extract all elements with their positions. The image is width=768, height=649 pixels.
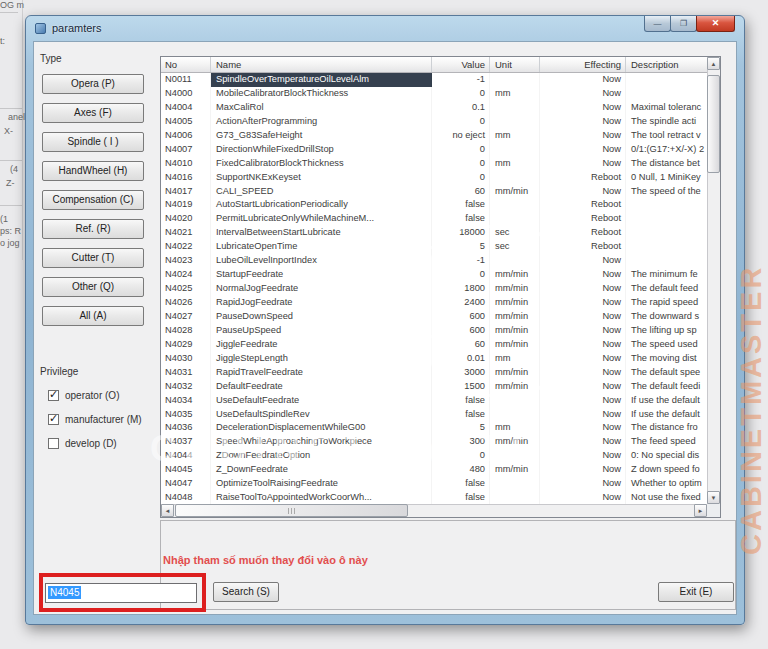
cell-name: AutoStartLubricationPeriodically [211,198,432,212]
checkbox-box-icon[interactable] [48,438,59,449]
cell-value: false [432,477,490,491]
vertical-scroll-thumb[interactable] [707,75,720,173]
table-row[interactable]: N4019 AutoStartLubricationPeriodically f… [161,198,707,212]
table-row[interactable]: N4048 RaiseToolToAppointedWorkCoorWh... … [161,491,707,504]
cell-description: The rapid speed [626,296,707,310]
divider [0,12,18,13]
cell-unit [490,101,540,115]
table-row[interactable]: N0011 SpindleOverTemperatureOilLevelAlm … [161,73,707,87]
table-row[interactable]: N4029 JiggleFeedrate 60 mm/min Now The s… [161,338,707,352]
table-body: N0011 SpindleOverTemperatureOilLevelAlm … [161,73,707,504]
header-effecting[interactable]: Effecting [540,57,626,72]
type-button-cutter[interactable]: Cutter (T) [42,248,144,268]
cell-description: The distance bet [626,157,707,171]
cell-no: N0011 [161,73,211,87]
privilege-checkbox-manufacturer[interactable]: manufacturer (M) [48,412,142,426]
table-row[interactable]: N4023 LubeOilLevelInportIndex -1 Now [161,254,707,268]
table-row[interactable]: N4007 DirectionWhileFixedDrillStop 0 Now… [161,143,707,157]
scroll-up-icon[interactable]: ▲ [707,57,720,70]
table-row[interactable]: N4032 DefaultFeedrate 1500 mm/min Now Th… [161,380,707,394]
type-button-all[interactable]: All (A) [42,306,144,326]
cell-unit: mm/min [490,338,540,352]
parameter-search-input[interactable]: N4045 [45,583,197,603]
table-row[interactable]: N4000 MobileCalibratorBlockThickness 0 m… [161,87,707,101]
table-row[interactable]: N4020 PermitLubricateOnlyWhileMachineM..… [161,212,707,226]
search-button[interactable]: Search (S) [213,582,279,602]
table-row[interactable]: N4005 ActionAfterProgramming 0 Now The s… [161,115,707,129]
table-row[interactable]: N4045 Z_DownFeedrate 480 mm/min Now Z do… [161,463,707,477]
table-header: No Name Value Unit Effecting Description [161,57,707,73]
horizontal-scroll-thumb[interactable] [175,504,408,517]
type-button-axes[interactable]: Axes (F) [42,103,144,123]
table-row[interactable]: N4034 UseDefaultFeedrate false Now If us… [161,394,707,408]
cell-unit: sec [490,226,540,240]
cell-name: JiggleStepLength [211,352,432,366]
maximize-button[interactable]: ❐ [670,16,697,32]
cell-no: N4027 [161,310,211,324]
table-row[interactable]: N4037 SpeedWhileApproachingToWorkpiece 3… [161,435,707,449]
checkbox-label: develop (D) [65,438,117,449]
privilege-checkbox-develop[interactable]: develop (D) [48,436,117,450]
background-text-fragment: X- [4,126,13,136]
type-button-opera[interactable]: Opera (P) [42,74,144,94]
table-row[interactable]: N4024 StartupFeedrate 0 mm/min Now The m… [161,268,707,282]
scroll-right-icon[interactable]: ► [694,504,707,517]
table-row[interactable]: N4004 MaxCaliRol 0.1 Now Maximal toleran… [161,101,707,115]
table-row[interactable]: N4016 SupportNKExKeyset 0 Reboot 0 Null,… [161,171,707,185]
cell-unit: mm [490,157,540,171]
table-row[interactable]: N4035 UseDefaultSpindleRev false Now If … [161,408,707,422]
cell-value: 1500 [432,380,490,394]
type-button-handwheel[interactable]: HandWheel (H) [42,161,144,181]
table-row[interactable]: N4010 FixedCalibratorBlockThickness 0 mm… [161,157,707,171]
cell-unit [490,408,540,422]
type-button-spindle[interactable]: Spindle ( I ) [42,132,144,152]
table-row[interactable]: N4026 RapidJogFeedrate 2400 mm/min Now T… [161,296,707,310]
header-description[interactable]: Description [626,57,707,72]
cell-name: RaiseToolToAppointedWorkCoorWh... [211,491,432,504]
table-row[interactable]: N4047 OptimizeToolRaisingFeedrate false … [161,477,707,491]
cell-effecting: Now [540,282,626,296]
table-row[interactable]: N4022 LubricateOpenTime 5 sec Reboot [161,240,707,254]
header-unit[interactable]: Unit [490,57,540,72]
table-row[interactable]: N4006 G73_G83SafeHeight no eject mm Now … [161,129,707,143]
scroll-left-icon[interactable]: ◄ [161,504,174,517]
divider [0,160,22,161]
table-row[interactable]: N4030 JiggleStepLength 0.01 mm Now The m… [161,352,707,366]
table-row[interactable]: N4044 ZDownFeedrateOption 0 Now 0: No sp… [161,449,707,463]
cell-no: N4010 [161,157,211,171]
header-value[interactable]: Value [432,57,490,72]
cell-unit: mm [490,421,540,435]
privilege-checkbox-operator[interactable]: operator (O) [48,388,119,402]
scroll-down-icon[interactable]: ▼ [707,491,720,504]
table-row[interactable]: N4027 PauseDownSpeed 600 mm/min Now The … [161,310,707,324]
table-row[interactable]: N4028 PauseUpSpeed 600 mm/min Now The li… [161,324,707,338]
cell-name: LubeOilLevelInportIndex [211,254,432,268]
table-row[interactable]: N4036 DecelerationDisplacementWhileG00 5… [161,421,707,435]
checkbox-box-icon[interactable] [48,390,59,401]
cell-effecting: Reboot [540,171,626,185]
table-row[interactable]: N4031 RapidTravelFeedrate 3000 mm/min No… [161,366,707,380]
cell-no: N4004 [161,101,211,115]
checkbox-box-icon[interactable] [48,414,59,425]
table-row[interactable]: N4017 CALI_SPEED 60 mm/min Now The speed… [161,185,707,199]
header-name[interactable]: Name [211,57,432,72]
type-button-other[interactable]: Other (Q) [42,277,144,297]
cell-description [626,87,707,101]
header-no[interactable]: No [161,57,211,72]
cell-no: N4047 [161,477,211,491]
cell-description [626,198,707,212]
horizontal-scrollbar[interactable]: ◄ ► [161,504,707,517]
vertical-scrollbar[interactable]: ▲ ▼ [707,57,720,504]
table-row[interactable]: N4021 IntervalBetweenStartLubricate 1800… [161,226,707,240]
scrollbar-corner [707,504,720,517]
cell-value: false [432,491,490,504]
type-button-compensation[interactable]: Compensation (C) [42,190,144,210]
type-button-ref[interactable]: Ref. (R) [42,219,144,239]
exit-button[interactable]: Exit (E) [658,582,734,602]
close-button[interactable]: ✕ [696,16,735,32]
title-bar[interactable]: paramters — ❐ ✕ [26,16,744,41]
cell-effecting: Now [540,394,626,408]
minimize-button[interactable]: — [644,16,671,32]
table-row[interactable]: N4025 NormalJogFeedrate 1800 mm/min Now … [161,282,707,296]
cell-effecting: Now [540,87,626,101]
